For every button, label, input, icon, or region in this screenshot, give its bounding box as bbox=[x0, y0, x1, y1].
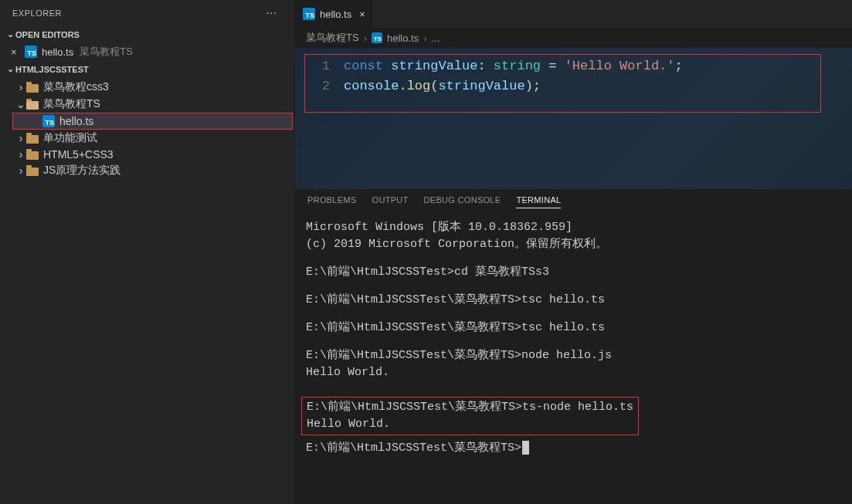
chevron-right-icon: › bbox=[15, 81, 26, 93]
breadcrumb-part[interactable]: ... bbox=[432, 32, 440, 44]
ts-file-icon: TS bbox=[372, 32, 382, 43]
highlight-box: TS hello.ts bbox=[12, 113, 293, 130]
bottom-panel: PROBLEMSOUTPUTDEBUG CONSOLETERMINAL Micr… bbox=[295, 188, 852, 504]
close-icon[interactable]: × bbox=[11, 46, 25, 58]
chevron-down-icon: ⌄ bbox=[5, 64, 15, 74]
breadcrumb-part[interactable]: hello.ts bbox=[387, 32, 419, 44]
panel-tab-problems[interactable]: PROBLEMS bbox=[307, 195, 357, 208]
code-text[interactable]: const stringValue: string = 'Hello World… bbox=[344, 56, 683, 76]
breadcrumb[interactable]: 菜鸟教程TS › TS hello.ts › ... bbox=[295, 28, 852, 48]
open-editors-header[interactable]: ⌄ OPEN EDITORS bbox=[0, 26, 294, 42]
terminal-output[interactable]: Microsoft Windows [版本 10.0.18362.959] (c… bbox=[295, 215, 852, 504]
panel-tab-terminal[interactable]: TERMINAL bbox=[516, 195, 561, 208]
folder-icon bbox=[26, 165, 39, 176]
tree-label: HTML5+CSS3 bbox=[43, 148, 114, 161]
open-editor-folder: 菜鸟教程TS bbox=[80, 45, 133, 59]
ts-file-icon: TS bbox=[25, 46, 37, 58]
code-text[interactable]: console.log(stringValue); bbox=[344, 76, 541, 96]
folder-icon bbox=[26, 149, 39, 160]
code-line[interactable]: 2console.log(stringValue); bbox=[305, 76, 820, 96]
editor-tab[interactable]: TS hello.ts × bbox=[295, 0, 374, 28]
tree-folder[interactable]: › 菜鸟教程css3 bbox=[0, 79, 294, 96]
open-editors-label: OPEN EDITORS bbox=[15, 30, 80, 39]
chevron-right-icon: › bbox=[423, 32, 426, 44]
open-editor-item[interactable]: × TS hello.ts 菜鸟教程TS bbox=[0, 42, 294, 61]
tab-filename: hello.ts bbox=[320, 8, 351, 20]
tree-label: 菜鸟教程TS bbox=[43, 97, 100, 111]
terminal-block: E:\前端\HtmlJSCSSTest\菜鸟教程TS>tsc hello.ts bbox=[306, 292, 841, 309]
terminal-block: Microsoft Windows [版本 10.0.18362.959] (c… bbox=[306, 219, 841, 253]
explorer-sidebar: EXPLORER ··· ⌄ OPEN EDITORS × TS hello.t… bbox=[0, 0, 295, 504]
ts-file-icon: TS bbox=[303, 8, 315, 20]
workspace-label: HTMLJSCSSTEST bbox=[15, 65, 89, 74]
chevron-down-icon: ⌄ bbox=[15, 98, 26, 110]
editor-tabs: TS hello.ts × bbox=[295, 0, 852, 28]
explorer-title: EXPLORER bbox=[12, 8, 266, 18]
explorer-header: EXPLORER ··· bbox=[0, 0, 294, 26]
line-number: 2 bbox=[305, 76, 344, 96]
folder-icon bbox=[26, 133, 39, 144]
highlight-box: 1const stringValue: string = 'Hello Worl… bbox=[304, 54, 821, 113]
panel-tab-debug-console[interactable]: DEBUG CONSOLE bbox=[424, 195, 501, 208]
open-editor-filename: hello.ts bbox=[42, 46, 73, 58]
tree-label: 单功能测试 bbox=[43, 131, 97, 145]
tree-folder[interactable]: › HTML5+CSS3 bbox=[0, 147, 294, 162]
tree-label: JS原理方法实践 bbox=[43, 164, 121, 178]
file-tree: › 菜鸟教程css3 ⌄ 菜鸟教程TS TS hello.ts › 单功能测试 … bbox=[0, 77, 294, 179]
tree-label: hello.ts bbox=[59, 115, 93, 127]
chevron-right-icon: › bbox=[15, 148, 26, 161]
tree-folder[interactable]: › JS原理方法实践 bbox=[0, 162, 294, 179]
terminal-prompt[interactable]: E:\前端\HtmlJSCSSTest\菜鸟教程TS> bbox=[306, 440, 841, 457]
highlight-box: E:\前端\HtmlJSCSSTest\菜鸟教程TS>ts-node hello… bbox=[301, 397, 639, 435]
chevron-right-icon: › bbox=[364, 32, 367, 44]
more-icon[interactable]: ··· bbox=[266, 6, 282, 20]
panel-tab-output[interactable]: OUTPUT bbox=[372, 195, 409, 208]
folder-open-icon bbox=[26, 99, 39, 110]
tree-label: 菜鸟教程css3 bbox=[43, 80, 109, 94]
close-icon[interactable]: × bbox=[359, 8, 365, 20]
terminal-block: E:\前端\HtmlJSCSSTest>cd 菜鸟教程TSs3 bbox=[306, 264, 841, 281]
terminal-block: E:\前端\HtmlJSCSSTest\菜鸟教程TS>node hello.js… bbox=[306, 347, 841, 381]
tree-file[interactable]: TS hello.ts bbox=[13, 113, 292, 129]
cursor bbox=[522, 441, 529, 455]
tree-folder[interactable]: ⌄ 菜鸟教程TS bbox=[0, 96, 294, 113]
workspace-header[interactable]: ⌄ HTMLJSCSSTEST bbox=[0, 61, 294, 77]
ts-file-icon: TS bbox=[42, 115, 55, 127]
code-editor[interactable]: 1const stringValue: string = 'Hello Worl… bbox=[295, 48, 852, 188]
panel-tabs: PROBLEMSOUTPUTDEBUG CONSOLETERMINAL bbox=[295, 189, 852, 215]
chevron-down-icon: ⌄ bbox=[5, 29, 15, 39]
code-line[interactable]: 1const stringValue: string = 'Hello Worl… bbox=[305, 56, 820, 76]
terminal-block: E:\前端\HtmlJSCSSTest\菜鸟教程TS>tsc hello.ts bbox=[306, 320, 841, 337]
chevron-right-icon: › bbox=[15, 132, 26, 144]
folder-icon bbox=[26, 82, 39, 93]
chevron-right-icon: › bbox=[15, 164, 26, 177]
main-area: TS hello.ts × 菜鸟教程TS › TS hello.ts › ...… bbox=[295, 0, 852, 504]
line-number: 1 bbox=[305, 56, 344, 76]
tree-folder[interactable]: › 单功能测试 bbox=[0, 130, 294, 147]
breadcrumb-part[interactable]: 菜鸟教程TS bbox=[306, 31, 359, 45]
